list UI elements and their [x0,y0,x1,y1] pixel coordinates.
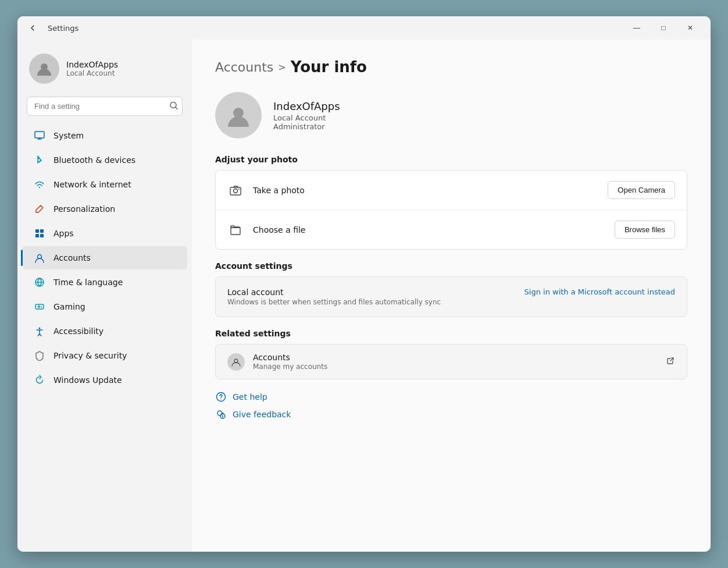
sidebar-item-accessibility[interactable]: Accessibility [22,320,187,343]
feedback-icon [215,409,227,420]
profile-header: IndexOfApps Local Account Administrator [215,92,687,139]
sidebar-item-label-accessibility: Accessibility [53,326,104,336]
svg-rect-6 [35,234,39,237]
related-settings-title: Related settings [215,329,687,338]
user-info: IndexOfApps Local Account [66,60,118,77]
maximize-button[interactable]: □ [650,19,677,37]
search-box [27,97,183,116]
sidebar-item-label-time: Time & language [53,278,123,287]
take-photo-row: Take a photo Open Camera [216,171,687,210]
give-feedback-link[interactable]: Give feedback [215,409,687,420]
related-accounts-title: Accounts [253,353,658,362]
sidebar-item-accounts[interactable]: Accounts [22,246,187,269]
username: IndexOfApps [66,60,118,69]
folder-icon [227,222,244,238]
camera-icon [227,182,244,198]
wifi-icon [34,179,45,190]
sidebar-item-gaming[interactable]: Gaming [22,295,187,318]
profile-avatar [215,92,262,139]
sidebar-item-update[interactable]: Windows Update [22,368,187,392]
related-accounts-text: Accounts Manage my accounts [253,353,658,371]
apps-icon [34,228,45,239]
get-help-link[interactable]: Get help [215,391,687,403]
microsoft-signin-link[interactable]: Sign in with a Microsoft account instead [524,287,675,296]
shield-icon [34,350,45,361]
sidebar-item-bluetooth[interactable]: Bluetooth & devices [22,148,187,172]
minimize-button[interactable]: — [623,19,650,37]
search-icon-button[interactable] [170,101,178,111]
sidebar-item-label-bluetooth: Bluetooth & devices [53,155,135,165]
sidebar-item-label-system: System [53,131,84,140]
window-title: Settings [48,24,78,33]
svg-point-16 [234,189,238,193]
related-accounts-card[interactable]: Accounts Manage my accounts [215,344,687,379]
external-link-icon [666,356,675,368]
sidebar-item-system[interactable]: System [22,124,187,147]
svg-rect-5 [40,229,44,233]
sidebar-item-time[interactable]: Time & language [22,271,187,294]
breadcrumb-parent[interactable]: Accounts [215,60,273,74]
account-settings-card: Local account Windows is better when set… [215,276,687,317]
game-icon [34,301,45,313]
svg-point-18 [234,359,238,363]
take-photo-label: Take a photo [253,186,598,195]
account-type: Local Account [66,69,118,77]
sidebar-item-label-personalization: Personalization [53,204,115,214]
choose-file-row: Choose a file Browse files [216,210,687,249]
profile-name: IndexOfApps [273,100,340,112]
breadcrumb-current: Your info [291,58,367,76]
bluetooth-icon [34,154,45,166]
adjust-photo-card: Take a photo Open Camera Choose a file B… [215,170,687,250]
user-profile: IndexOfApps Local Account [17,47,192,93]
give-feedback-label: Give feedback [233,410,291,419]
help-icon [215,391,227,403]
get-help-label: Get help [233,392,267,402]
person-icon [34,252,45,264]
account-settings-header: Local account Windows is better when set… [227,287,675,306]
profile-role: Administrator [273,122,340,131]
related-accounts-icon [227,353,245,371]
adjust-photo-title: Adjust your photo [215,155,687,164]
profile-account-type: Local Account [273,113,340,122]
search-input[interactable] [27,97,183,116]
svg-rect-2 [35,132,44,138]
svg-point-3 [39,187,40,188]
main-content: Accounts > Your info IndexOfApps Local A… [192,40,711,552]
sidebar-item-label-update: Windows Update [53,375,122,385]
sidebar-item-label-accounts: Accounts [53,253,91,262]
svg-point-19 [217,393,226,402]
accessibility-icon [34,325,45,337]
svg-point-17 [238,189,240,190]
sidebar-item-network[interactable]: Network & internet [22,173,187,196]
titlebar: Settings — □ ✕ [17,16,711,40]
sidebar-item-personalization[interactable]: Personalization [22,197,187,221]
breadcrumb: Accounts > Your info [215,58,687,76]
sidebar-item-label-privacy: Privacy & security [53,351,127,360]
close-button[interactable]: ✕ [677,19,704,37]
breadcrumb-separator: > [278,62,286,73]
svg-rect-7 [40,234,44,237]
sidebar-item-apps[interactable]: Apps [22,222,187,245]
account-settings-title: Account settings [215,261,687,271]
svg-rect-4 [35,229,39,233]
brush-icon [34,203,45,215]
back-button[interactable] [24,20,41,36]
open-camera-button[interactable]: Open Camera [608,181,675,199]
globe-icon [34,276,45,288]
profile-details: IndexOfApps Local Account Administrator [273,100,340,131]
monitor-icon [34,130,45,141]
local-account-description: Windows is better when settings and file… [227,298,441,306]
svg-point-13 [39,328,41,329]
browse-files-button[interactable]: Browse files [615,221,675,239]
related-accounts-desc: Manage my accounts [253,363,658,371]
svg-point-11 [41,306,42,307]
sidebar: IndexOfApps Local Account [17,40,192,552]
avatar [29,54,59,84]
content-area: IndexOfApps Local Account [17,40,711,552]
sidebar-item-privacy[interactable]: Privacy & security [22,344,187,367]
svg-point-20 [220,399,222,400]
sidebar-item-label-gaming: Gaming [53,302,85,311]
sidebar-item-label-network: Network & internet [53,180,131,189]
window-controls: — □ ✕ [623,19,704,37]
local-account-title: Local account [227,287,441,297]
